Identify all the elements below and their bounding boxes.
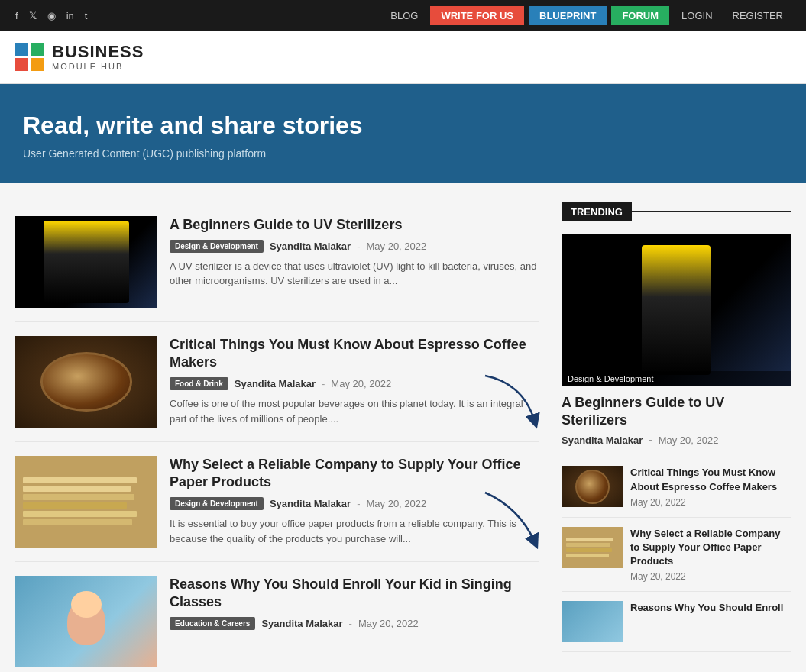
featured-img-overlay: Design & Development — [562, 371, 791, 386]
sidebar-item-date: May 20, 2022 — [630, 497, 791, 508]
article-thumbnail — [15, 216, 157, 308]
instagram-icon[interactable]: ◉ — [47, 10, 56, 21]
tumblr-icon[interactable]: t — [85, 10, 88, 21]
blog-link[interactable]: BLOG — [383, 6, 426, 25]
featured-date: May 20, 2022 — [659, 435, 719, 446]
sidebar-thumbnail — [562, 601, 623, 642]
sidebar: TRENDING Design & Development A Beginner… — [562, 202, 791, 672]
register-link[interactable]: REGISTER — [725, 6, 791, 25]
facebook-icon[interactable]: f — [15, 10, 18, 21]
article-tag[interactable]: Design & Development — [170, 497, 264, 510]
article-title[interactable]: Why Select a Reliable Company to Supply … — [170, 456, 539, 492]
article-author: Syandita Malakar — [261, 618, 342, 629]
article-tag[interactable]: Food & Drink — [170, 377, 228, 390]
featured-meta: A Beginners Guide to UV Sterilizers Syan… — [562, 394, 791, 447]
top-bar: f 𝕏 ◉ in t BLOG WRITE FOR US BLUEPRINT F… — [0, 0, 806, 31]
sidebar-item: Why Select a Reliable Company to Supply … — [562, 518, 791, 593]
logo[interactable]: BUSINESS MODULE HUB — [15, 42, 791, 73]
article-body: Critical Things You Must Know About Espr… — [170, 336, 539, 427]
article-date: May 20, 2022 — [331, 378, 391, 389]
write-for-us-button[interactable]: WRITE FOR US — [430, 6, 524, 25]
article-body: Reasons Why You Should Enroll Your Kid i… — [170, 576, 539, 637]
logo-bar: BUSINESS MODULE HUB — [0, 31, 806, 84]
logo-icon — [15, 43, 44, 72]
article-tag[interactable]: Education & Careers — [170, 617, 255, 630]
social-icons: f 𝕏 ◉ in t — [15, 10, 87, 21]
article-list: A Beginners Guide to UV Sterilizers Desi… — [15, 202, 539, 672]
article-author: Syandita Malakar — [235, 378, 316, 389]
trending-label: TRENDING — [562, 202, 632, 221]
sidebar-item-body: Why Select a Reliable Company to Supply … — [630, 527, 791, 583]
article-card: Critical Things You Must Know About Espr… — [15, 322, 539, 442]
article-meta: Food & Drink Syandita Malakar - May 20, … — [170, 377, 539, 390]
article-card: A Beginners Guide to UV Sterilizers Desi… — [15, 202, 539, 322]
hero-subtext: User Generated Content (UGC) publishing … — [23, 147, 783, 160]
article-excerpt: It is essential to buy your office paper… — [170, 516, 539, 546]
sidebar-item-title[interactable]: Reasons Why You Should Enroll — [630, 601, 791, 615]
article-meta: Education & Careers Syandita Malakar - M… — [170, 617, 539, 630]
article-excerpt: Coffee is one of the most popular bevera… — [170, 396, 539, 426]
article-date: May 20, 2022 — [358, 618, 419, 629]
article-title[interactable]: Reasons Why You Should Enroll Your Kid i… — [170, 576, 539, 612]
article-thumbnail — [15, 576, 157, 667]
blueprint-button[interactable]: BLUEPRINT — [529, 6, 607, 25]
article-author: Syandita Malakar — [270, 498, 351, 509]
article-body: A Beginners Guide to UV Sterilizers Desi… — [170, 216, 539, 289]
sidebar-item-body: Critical Things You Must Know About Espr… — [630, 466, 791, 507]
sidebar-item-body: Reasons Why You Should Enroll — [630, 601, 791, 618]
twitter-icon[interactable]: 𝕏 — [29, 10, 37, 21]
trending-header: TRENDING — [562, 202, 791, 221]
article-card: Reasons Why You Should Enroll Your Kid i… — [15, 562, 539, 672]
article-body: Why Select a Reliable Company to Supply … — [170, 456, 539, 547]
article-date: May 20, 2022 — [366, 498, 426, 509]
article-thumbnail — [15, 456, 157, 548]
featured-image[interactable]: Design & Development — [562, 234, 791, 386]
login-link[interactable]: LOGIN — [674, 6, 720, 25]
sidebar-item-title[interactable]: Critical Things You Must Know About Espr… — [630, 466, 791, 493]
sidebar-item-title[interactable]: Why Select a Reliable Company to Supply … — [630, 527, 791, 569]
forum-button[interactable]: FORUM — [611, 6, 669, 25]
logo-brand: BUSINESS — [52, 42, 144, 62]
sidebar-thumbnail — [562, 466, 623, 507]
featured-title[interactable]: A Beginners Guide to UV Sterilizers — [562, 394, 791, 430]
article-date: May 20, 2022 — [366, 241, 426, 252]
article-meta: Design & Development Syandita Malakar - … — [170, 497, 539, 510]
logo-sub: MODULE HUB — [52, 62, 144, 72]
sidebar-item: Reasons Why You Should Enroll — [562, 592, 791, 652]
article-tag[interactable]: Design & Development — [170, 240, 264, 253]
article-title[interactable]: Critical Things You Must Know About Espr… — [170, 336, 539, 372]
hero-heading: Read, write and share stories — [23, 111, 783, 140]
article-title[interactable]: A Beginners Guide to UV Sterilizers — [170, 216, 539, 234]
sidebar-list: Critical Things You Must Know About Espr… — [562, 457, 791, 652]
sidebar-thumbnail — [562, 527, 623, 568]
hero-banner: Read, write and share stories User Gener… — [0, 84, 806, 183]
sidebar-item-date: May 20, 2022 — [630, 571, 791, 582]
nav-links: BLOG WRITE FOR US BLUEPRINT FORUM LOGIN … — [383, 6, 791, 25]
featured-author: Syandita Malakar — [562, 435, 643, 446]
article-meta: Design & Development Syandita Malakar - … — [170, 240, 539, 253]
sidebar-item: Critical Things You Must Know About Espr… — [562, 457, 791, 517]
article-thumbnail — [15, 336, 157, 428]
article-author: Syandita Malakar — [270, 241, 351, 252]
linkedin-icon[interactable]: in — [66, 10, 74, 21]
article-excerpt: A UV sterilizer is a device that uses ul… — [170, 259, 539, 289]
main-content: A Beginners Guide to UV Sterilizers Desi… — [0, 183, 806, 672]
article-card: Why Select a Reliable Company to Supply … — [15, 442, 539, 562]
